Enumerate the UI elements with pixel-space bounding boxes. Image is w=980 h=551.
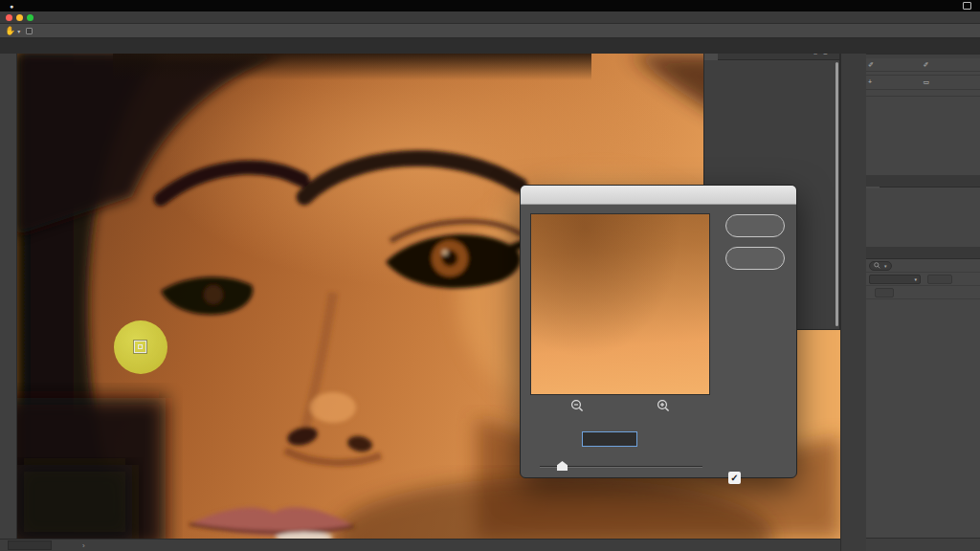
blend-mode-dropdown[interactable]: ▾ (869, 275, 921, 284)
ok-button[interactable] (725, 214, 785, 237)
close-window-button[interactable] (6, 14, 12, 21)
scroll-all-windows-checkbox[interactable] (26, 28, 33, 34)
hand-tool-icon: ✋ (5, 26, 15, 35)
status-bar: › (0, 539, 840, 551)
cancel-button[interactable] (725, 247, 785, 270)
brand-logo (963, 2, 974, 10)
minimize-window-button[interactable] (16, 14, 23, 21)
brush-cursor-highlight (114, 320, 167, 374)
tab-adjustments[interactable] (866, 187, 880, 188)
zoom-in-icon[interactable] (657, 399, 670, 412)
zoom-out-icon[interactable] (570, 399, 584, 412)
status-options-chevron-icon[interactable]: › (82, 541, 85, 550)
layer-filter-kind-dropdown[interactable]: ▾ (869, 261, 892, 271)
photoshop-window: ● ✋ ▾ (0, 0, 980, 551)
menu-bar: ● (0, 0, 980, 11)
options-bar: ✋ ▾ (0, 24, 980, 38)
median-dialog: ✓ (520, 185, 797, 478)
retouching-academy-icon (963, 2, 971, 10)
panel-dock (840, 42, 866, 551)
tool-preset-caret-icon[interactable]: ▾ (17, 28, 20, 34)
adjustments-panel (866, 175, 980, 247)
cmyk-bit-depth (924, 72, 929, 75)
dialog-title (521, 186, 796, 205)
filter-preview-image[interactable] (530, 213, 710, 395)
fill-field[interactable] (875, 288, 894, 298)
right-panel-column: ✐ ✐ + (866, 42, 980, 551)
eyedropper-cmyk-icon: ✐ (924, 61, 933, 69)
info-panel: ✐ ✐ + (866, 58, 980, 175)
zoom-window-button[interactable] (27, 14, 33, 21)
selection-size-icon: ▭ (924, 78, 933, 86)
title-bar (0, 11, 980, 24)
opacity-field[interactable] (927, 275, 952, 284)
document-size-readout (866, 90, 980, 97)
tools-panel (0, 54, 17, 539)
layers-bottom-bar (866, 538, 980, 551)
crosshair-icon: + (868, 78, 878, 86)
layers-panel-tabs (866, 247, 980, 259)
radius-slider-thumb[interactable] (557, 461, 568, 471)
radius-input[interactable] (582, 431, 637, 447)
document-tab-bar (0, 38, 980, 54)
actions-scrollbar[interactable] (835, 62, 838, 326)
zoom-level-field[interactable] (8, 540, 52, 550)
preview-checkbox[interactable]: ✓ (728, 472, 741, 484)
tool-hint-text (866, 97, 980, 102)
rgb-bit-depth (866, 72, 924, 75)
apple-menu-icon[interactable]: ● (10, 3, 13, 10)
layers-panel: ▾ ▾ (866, 247, 980, 551)
healing-sample-icon (134, 341, 146, 353)
eyedropper-rgb-icon: ✐ (868, 61, 878, 69)
search-icon (874, 262, 880, 269)
